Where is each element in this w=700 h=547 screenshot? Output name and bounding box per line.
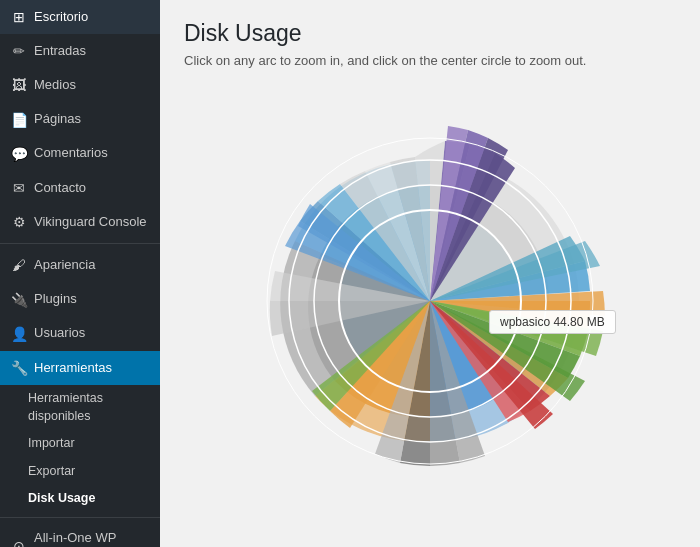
page-title: Disk Usage [184,20,676,47]
sidebar-item-label: Usuarios [34,325,85,342]
page-subtitle: Click on any arc to zoom in, and click o… [184,53,676,68]
sidebar-item-label: Apariencia [34,257,95,274]
subitem-label: Disk Usage [28,491,95,505]
usuarios-icon: 👤 [10,325,28,343]
subitem-label: Exportar [28,464,75,478]
sidebar-item-herramientas[interactable]: 🔧 Herramientas [0,351,160,385]
sidebar: ⊞ Escritorio ✏ Entradas 🖼 Medios 📄 Págin… [0,0,160,547]
sidebar-item-label: Contacto [34,180,86,197]
divider-2 [0,517,160,518]
sidebar-item-comentarios[interactable]: 💬 Comentarios [0,137,160,171]
subitem-label: Importar [28,436,75,450]
medios-icon: 🖼 [10,76,28,94]
sidebar-subitem-disk-usage[interactable]: Disk Usage [0,485,160,513]
herramientas-icon: 🔧 [10,359,28,377]
sidebar-item-label: Herramientas [34,360,112,377]
apariencia-icon: 🖌 [10,256,28,274]
plugins-icon: 🔌 [10,291,28,309]
entradas-icon: ✏ [10,42,28,60]
sidebar-item-label: Entradas [34,43,86,60]
sidebar-item-plugins[interactable]: 🔌 Plugins [0,283,160,317]
paginas-icon: 📄 [10,111,28,129]
sidebar-item-label: Comentarios [34,145,108,162]
disk-usage-chart-area[interactable]: wpbasico 44.80 MB [184,86,676,516]
comentarios-icon: 💬 [10,145,28,163]
sidebar-item-allinone[interactable]: ⊙ All-in-One WP Migration [0,522,160,547]
sidebar-item-usuarios[interactable]: 👤 Usuarios [0,317,160,351]
sidebar-item-label: Plugins [34,291,77,308]
sidebar-item-entradas[interactable]: ✏ Entradas [0,34,160,68]
sidebar-subitem-importar[interactable]: Importar [0,430,160,458]
sidebar-item-escritorio[interactable]: ⊞ Escritorio [0,0,160,34]
main-content: Disk Usage Click on any arc to zoom in, … [160,0,700,547]
sidebar-subitem-herramientas-disponibles[interactable]: Herramientas disponibles [0,385,160,430]
sidebar-item-paginas[interactable]: 📄 Páginas [0,103,160,137]
sidebar-item-label: Páginas [34,111,81,128]
sidebar-item-label: Escritorio [34,9,88,26]
sidebar-subitem-exportar[interactable]: Exportar [0,458,160,486]
divider-1 [0,243,160,244]
subitem-label: Herramientas disponibles [28,391,103,423]
sidebar-item-label: Medios [34,77,76,94]
escritorio-icon: ⊞ [10,8,28,26]
disk-usage-svg[interactable] [190,86,670,516]
sidebar-item-medios[interactable]: 🖼 Medios [0,68,160,102]
sidebar-item-contacto[interactable]: ✉ Contacto [0,171,160,205]
allinone-icon: ⊙ [10,537,28,547]
sidebar-item-label: All-in-One WP Migration [34,530,148,547]
vikinguard-icon: ⚙ [10,213,28,231]
contacto-icon: ✉ [10,179,28,197]
sidebar-item-apariencia[interactable]: 🖌 Apariencia [0,248,160,282]
sidebar-item-label: Vikinguard Console [34,214,147,231]
sidebar-item-vikinguard[interactable]: ⚙ Vikinguard Console [0,205,160,239]
